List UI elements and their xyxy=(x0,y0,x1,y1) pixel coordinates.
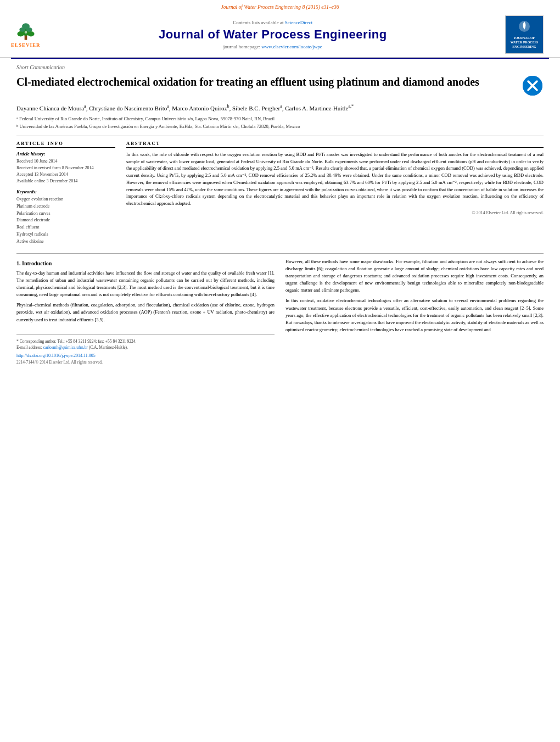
svg-point-7 xyxy=(24,31,27,34)
keyword-4: Diamond electrode xyxy=(16,217,115,224)
crossmark-icon: ✓ xyxy=(523,76,542,96)
section-divider-top xyxy=(16,136,544,136)
sciencedirect-link[interactable]: ScienceDirect xyxy=(285,20,312,25)
doi-line[interactable]: http://dx.doi.org/10.1016/j.jwpe.2014.11… xyxy=(16,353,275,359)
email-line: E-mail address: carlosmh@quimica.ufrn.br… xyxy=(16,344,275,350)
corresponding-author-note: * Corresponding author. Tel.: +55 84 321… xyxy=(16,338,275,344)
keyword-1: Oxygen evolution reaction xyxy=(16,196,115,203)
journal-logo-right: JOURNAL OFWATER PROCESSENGINEERING xyxy=(505,15,544,54)
keyword-5: Real effluent xyxy=(16,224,115,231)
abstract-header: ABSTRACT xyxy=(126,141,544,148)
top-link-bar: Journal of Water Process Engineering 8 (… xyxy=(0,0,560,12)
paper-title-row: Cl-mediated electrochemical oxidation fo… xyxy=(16,75,544,97)
body-para-right-2: In this context, oxidative electrochemic… xyxy=(285,297,544,333)
content-area: Short Communication Cl-mediated electroc… xyxy=(0,59,560,371)
elsevier-label: ELSEVIER xyxy=(11,42,41,48)
body-para-2: Physical–chemical methods (filtration, c… xyxy=(16,302,275,323)
article-info-col: ARTICLE INFO Article history: Received 1… xyxy=(16,141,115,246)
svg-text:✓: ✓ xyxy=(529,80,537,91)
main-body: 1. Introduction The day-to-day human and… xyxy=(16,258,544,366)
journal-homepage-link[interactable]: www.elsevier.com/locate/jwpe xyxy=(261,44,322,49)
elsevier-logo: ELSEVIER xyxy=(11,22,41,48)
keyword-7: Active chlorine xyxy=(16,238,115,246)
article-info-header: ARTICLE INFO xyxy=(16,141,115,148)
keywords-label: Keywords: xyxy=(16,189,115,194)
affiliation-a: a Federal University of Rio Grande do No… xyxy=(16,116,544,122)
paper-title: Cl-mediated electrochemical oxidation fo… xyxy=(16,75,522,89)
body-para-1: The day-to-day human and industrial acti… xyxy=(16,270,275,299)
section-label: Short Communication xyxy=(16,64,544,70)
copyright-line: © 2014 Elsevier Ltd. All rights reserved… xyxy=(126,210,544,215)
intro-heading: 1. Introduction xyxy=(16,260,275,266)
email-link[interactable]: carlosmh@quimica.ufrn.br xyxy=(43,345,88,350)
issn-line: 2214-7144/© 2014 Elsevier Ltd. All right… xyxy=(16,359,275,365)
keyword-6: Hydroxyl radicals xyxy=(16,231,115,238)
affiliation-b: b Universidad de las Américas Puebla, Gr… xyxy=(16,124,544,130)
keyword-3: Polarization curves xyxy=(16,210,115,217)
water-process-icon xyxy=(511,20,538,36)
svg-point-2 xyxy=(17,31,24,36)
abstract-text: In this work, the role of chloride with … xyxy=(126,151,544,207)
journal-header: ELSEVIER Contents lists available at Sci… xyxy=(0,12,560,58)
elsevier-tree-icon xyxy=(12,22,40,41)
page: Journal of Water Process Engineering 8 (… xyxy=(0,0,560,742)
affiliations: a Federal University of Rio Grande do No… xyxy=(16,116,544,130)
logo-right-text: JOURNAL OFWATER PROCESSENGINEERING xyxy=(511,36,539,49)
journal-homepage-line: journal homepage: www.elsevier.com/locat… xyxy=(41,44,505,49)
crossmark-badge: ✓ xyxy=(522,75,544,97)
journal-issue-ref: Journal of Water Process Engineering 8 (… xyxy=(221,4,339,10)
svg-point-6 xyxy=(22,23,30,29)
authors-line: Dayanne Chianca de Mouraa, Chrystiane do… xyxy=(16,103,544,113)
history-label: Article history: xyxy=(16,151,115,157)
history-accepted: Accepted 13 November 2014 xyxy=(16,171,115,178)
body-para-right-1: However, all these methods have some maj… xyxy=(285,258,544,294)
article-info-abstract: ARTICLE INFO Article history: Received 1… xyxy=(16,141,544,246)
body-col-left: 1. Introduction The day-to-day human and… xyxy=(16,258,275,366)
journal-center: Contents lists available at ScienceDirec… xyxy=(41,20,505,49)
body-col-right: However, all these methods have some maj… xyxy=(285,258,544,366)
footnote-area: * Corresponding author. Tel.: +55 84 321… xyxy=(16,334,275,366)
history-revised: Received in revised form 8 November 2014 xyxy=(16,165,115,171)
svg-point-3 xyxy=(27,31,34,36)
keyword-2: Platinum electrode xyxy=(16,203,115,210)
section-divider-mid xyxy=(16,253,544,254)
history-received: Received 10 June 2014 xyxy=(16,158,115,165)
contents-line: Contents lists available at ScienceDirec… xyxy=(41,20,505,25)
abstract-col: ABSTRACT In this work, the role of chlor… xyxy=(126,141,544,246)
journal-title: Journal of Water Process Engineering xyxy=(41,27,505,42)
history-online: Available online 3 December 2014 xyxy=(16,178,115,185)
